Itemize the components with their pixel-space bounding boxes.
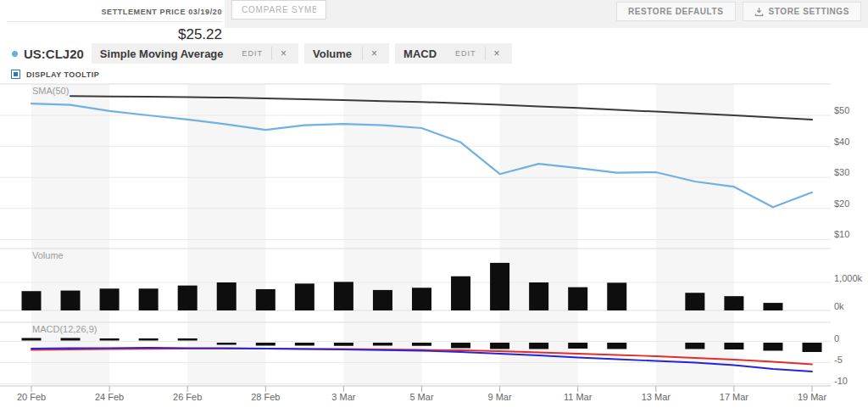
x-axis-label: 19 Mar (787, 392, 837, 402)
series-color-dot-icon (12, 51, 18, 57)
macd-histogram-bar[interactable] (568, 343, 587, 349)
macd-histogram-bar[interactable] (217, 343, 236, 345)
macd-axis-label: -10 (834, 376, 848, 386)
macd-histogram-bar[interactable] (256, 343, 275, 346)
restore-defaults-label: RESTORE DEFAULTS (628, 7, 724, 16)
x-axis-label: 9 Mar (475, 392, 526, 402)
price-axis-label: $20 (834, 198, 849, 209)
volume-bar[interactable] (685, 293, 704, 310)
volume-bar[interactable] (607, 282, 626, 310)
chart-application: 20 Feb24 Feb26 Feb28 Feb3 Mar5 Mar9 Mar1… (0, 0, 868, 419)
macd-histogram-bar[interactable] (685, 343, 704, 349)
volume-bar[interactable] (373, 290, 392, 310)
macd-histogram-bar[interactable] (373, 343, 392, 346)
compare-symbol-input[interactable] (231, 0, 326, 20)
price-axis-label: $40 (834, 137, 849, 147)
store-settings-label: STORE SETTINGS (769, 7, 849, 16)
volume-bar[interactable] (178, 286, 198, 310)
background-stripe (656, 84, 734, 386)
store-settings-button[interactable]: STORE SETTINGS (743, 2, 861, 21)
volume-bar[interactable] (724, 296, 743, 310)
macd-histogram-bar[interactable] (22, 338, 42, 341)
volume-bar[interactable] (490, 263, 509, 310)
symbol-row: US:CLJ20 Simple Moving Average EDIT × Vo… (12, 43, 518, 64)
x-axis-label: 17 Mar (709, 392, 760, 402)
edit-macd-button[interactable]: EDIT (447, 49, 485, 58)
macd-histogram-bar[interactable] (100, 338, 120, 341)
macd-histogram-bar[interactable] (139, 338, 159, 341)
header-buttons: RESTORE DEFAULTS STORE SETTINGS (616, 2, 861, 21)
price-axis-label: $10 (834, 229, 849, 239)
checkbox-fill (14, 72, 18, 76)
x-axis-label: 11 Mar (553, 392, 604, 402)
macd-histogram-bar[interactable] (295, 343, 314, 346)
x-axis-label: 20 Feb (6, 392, 57, 402)
indicator-chip-label: Volume (313, 47, 362, 60)
edit-sma-button[interactable]: EDIT (234, 49, 272, 58)
x-axis-label: 28 Feb (240, 392, 291, 402)
panel-title: MACD(12,26,9) (32, 324, 97, 334)
macd-histogram-bar[interactable] (451, 343, 470, 349)
macd-histogram-bar[interactable] (61, 338, 81, 341)
download-icon (754, 7, 764, 16)
background-stripe (31, 84, 109, 386)
price-axis-label: $30 (834, 167, 849, 177)
background-stripe (500, 84, 578, 386)
volume-bar[interactable] (529, 282, 548, 310)
indicator-chip-sma[interactable]: Simple Moving Average EDIT × (92, 43, 298, 64)
indicator-chip-label: MACD (403, 47, 447, 60)
macd-histogram-bar[interactable] (178, 338, 198, 341)
panel-title: Volume (32, 250, 64, 260)
volume-bar[interactable] (22, 291, 42, 310)
volume-bar[interactable] (256, 289, 275, 310)
settlement-block: SETTLEMENT PRICE 03/19/20 $25.22 (0, 0, 222, 43)
x-axis-label: 13 Mar (631, 392, 682, 402)
macd-histogram-bar[interactable] (412, 343, 431, 346)
indicator-chip-macd[interactable]: MACD EDIT × (395, 43, 512, 64)
volume-bar[interactable] (139, 288, 159, 310)
panel-title: SMA(50) (32, 86, 69, 96)
macd-histogram-bar[interactable] (529, 343, 548, 349)
macd-histogram-bar[interactable] (763, 343, 782, 351)
header-toolbar: RESTORE DEFAULTS STORE SETTINGS (225, 0, 868, 28)
macd-histogram-bar[interactable] (803, 343, 822, 352)
macd-axis-label: 0 (834, 333, 839, 344)
macd-axis-label: -5 (834, 355, 843, 365)
volume-bar[interactable] (763, 303, 782, 310)
indicator-chip-label: Simple Moving Average (100, 47, 234, 60)
remove-sma-button[interactable]: × (272, 47, 290, 59)
remove-volume-button[interactable]: × (363, 47, 381, 59)
volume-bar[interactable] (412, 288, 431, 310)
x-axis-label: 5 Mar (397, 392, 448, 402)
checkbox-checked-icon[interactable] (11, 70, 20, 79)
macd-histogram-bar[interactable] (724, 343, 743, 349)
macd-histogram-bar[interactable] (607, 343, 626, 349)
settlement-price-label: SETTLEMENT PRICE 03/19/20 (7, 0, 222, 22)
volume-bar[interactable] (568, 288, 587, 310)
macd-histogram-bar[interactable] (490, 343, 509, 349)
volume-bar[interactable] (451, 277, 470, 310)
background-stripe (343, 84, 421, 386)
remove-macd-button[interactable]: × (486, 47, 504, 59)
volume-bar[interactable] (217, 282, 236, 310)
volume-bar[interactable] (295, 283, 314, 310)
price-axis-label: $50 (834, 105, 849, 115)
indicator-chip-volume[interactable]: Volume × (304, 43, 389, 64)
symbol-name: US:CLJ20 (24, 47, 84, 61)
volume-bar[interactable] (100, 288, 120, 310)
macd-histogram-bar[interactable] (334, 343, 353, 346)
volume-bar[interactable] (61, 291, 81, 310)
x-axis-label: 3 Mar (318, 392, 369, 402)
settlement-price-value: $25.22 (0, 22, 222, 43)
restore-defaults-button[interactable]: RESTORE DEFAULTS (616, 2, 736, 21)
display-tooltip-toggle[interactable]: DISPLAY TOOLTIP (11, 70, 99, 79)
background-stripe (187, 84, 265, 386)
display-tooltip-label: DISPLAY TOOLTIP (26, 70, 99, 79)
x-axis-label: 24 Feb (84, 392, 135, 402)
volume-bar[interactable] (334, 282, 353, 310)
volume-axis-label: 1,000k (834, 273, 862, 283)
x-axis-label: 26 Feb (162, 392, 213, 402)
volume-axis-label: 0k (834, 301, 844, 311)
